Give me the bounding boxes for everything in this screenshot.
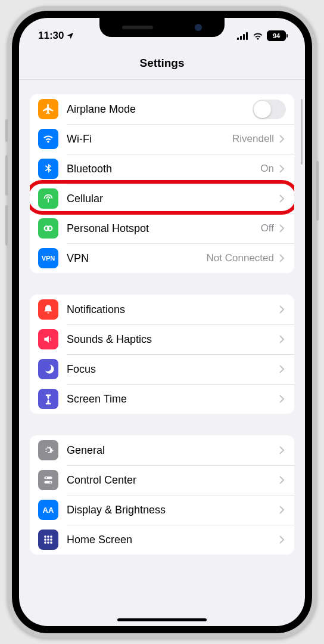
svg-point-7 xyxy=(45,477,47,479)
row-notifications[interactable]: Notifications xyxy=(30,295,294,324)
row-label: Personal Hotspot xyxy=(67,222,261,235)
focus-icon xyxy=(38,359,58,379)
row-label: Display & Brightness xyxy=(67,504,279,516)
svg-rect-16 xyxy=(44,541,46,543)
home-indicator[interactable] xyxy=(117,618,207,621)
chevron-right-icon xyxy=(279,535,286,544)
row-label: General xyxy=(67,444,279,457)
chevron-right-icon xyxy=(279,394,286,404)
row-personal-hotspot[interactable]: Personal Hotspot Off xyxy=(30,213,294,243)
screen: 11:30 94 Settings xyxy=(19,18,305,626)
chevron-right-icon xyxy=(279,505,286,515)
row-vpn[interactable]: VPN VPN Not Connected xyxy=(30,243,294,273)
clock: 11:30 xyxy=(38,30,64,42)
settings-group-attention: Notifications Sounds & Haptics xyxy=(30,295,294,414)
settings-group-connectivity: Airplane Mode Wi-Fi Rivendell xyxy=(30,94,294,273)
row-label: Sounds & Haptics xyxy=(67,333,279,346)
row-label: Cellular xyxy=(67,193,279,205)
row-label: Notifications xyxy=(67,304,279,316)
row-wifi[interactable]: Wi-Fi Rivendell xyxy=(30,124,294,154)
row-detail: Not Connected xyxy=(207,252,274,264)
volume-down-button xyxy=(5,205,8,246)
location-icon xyxy=(66,32,74,40)
svg-rect-10 xyxy=(44,535,46,537)
row-label: Airplane Mode xyxy=(67,103,253,116)
row-detail: Rivendell xyxy=(232,133,274,145)
vpn-icon: VPN xyxy=(38,248,58,268)
svg-rect-14 xyxy=(47,538,49,540)
front-camera xyxy=(195,24,202,31)
chevron-right-icon xyxy=(279,305,286,314)
svg-rect-12 xyxy=(50,535,52,537)
screentime-icon xyxy=(38,389,58,409)
battery-indicator: 94 xyxy=(267,30,286,41)
svg-rect-11 xyxy=(47,535,49,537)
cellular-signal-icon xyxy=(237,32,249,40)
airplane-toggle[interactable] xyxy=(253,100,286,119)
scrollbar[interactable] xyxy=(301,99,303,165)
control-center-icon xyxy=(38,470,58,490)
svg-rect-13 xyxy=(44,538,46,540)
wifi-icon xyxy=(38,129,58,149)
svg-rect-3 xyxy=(246,32,248,40)
row-label: Wi-Fi xyxy=(67,133,232,145)
row-cellular[interactable]: Cellular xyxy=(30,184,294,213)
general-icon xyxy=(38,440,58,460)
home-screen-icon xyxy=(38,530,58,550)
svg-rect-6 xyxy=(44,476,52,479)
svg-rect-18 xyxy=(50,541,52,543)
chevron-right-icon xyxy=(279,134,286,144)
settings-group-general: General Control Center AA Display & Brig… xyxy=(30,435,294,555)
svg-rect-0 xyxy=(237,38,239,40)
display-icon: AA xyxy=(38,500,58,520)
power-button xyxy=(316,161,319,221)
wifi-icon xyxy=(253,32,263,40)
row-airplane-mode[interactable]: Airplane Mode xyxy=(30,94,294,124)
row-detail: On xyxy=(260,163,274,175)
chevron-right-icon xyxy=(279,445,286,455)
mute-switch xyxy=(5,119,8,142)
row-screen-time[interactable]: Screen Time xyxy=(30,384,294,414)
volume-up-button xyxy=(5,155,8,196)
notch xyxy=(99,18,225,37)
row-bluetooth[interactable]: Bluetooth On xyxy=(30,154,294,184)
chevron-right-icon xyxy=(279,253,286,263)
nav-bar: Settings xyxy=(19,47,305,80)
svg-rect-1 xyxy=(240,36,242,40)
chevron-right-icon xyxy=(279,194,286,203)
content[interactable]: Airplane Mode Wi-Fi Rivendell xyxy=(19,80,305,626)
row-label: Home Screen xyxy=(67,534,279,546)
speaker xyxy=(122,26,153,29)
row-display-brightness[interactable]: AA Display & Brightness xyxy=(30,495,294,525)
row-label: Focus xyxy=(67,363,279,376)
row-sounds-haptics[interactable]: Sounds & Haptics xyxy=(30,324,294,354)
chevron-right-icon xyxy=(279,224,286,233)
row-label: Screen Time xyxy=(67,393,279,405)
row-home-screen[interactable]: Home Screen xyxy=(30,525,294,555)
chevron-right-icon xyxy=(279,335,286,344)
row-label: VPN xyxy=(67,252,207,265)
cellular-icon xyxy=(38,188,58,209)
row-label: Bluetooth xyxy=(67,163,260,175)
svg-point-9 xyxy=(49,482,51,484)
chevron-right-icon xyxy=(279,475,286,485)
row-control-center[interactable]: Control Center xyxy=(30,465,294,495)
hotspot-icon xyxy=(38,218,58,239)
notifications-icon xyxy=(38,299,58,320)
row-label: Control Center xyxy=(67,474,279,487)
sounds-icon xyxy=(38,329,58,349)
row-general[interactable]: General xyxy=(30,435,294,465)
airplane-icon xyxy=(38,99,58,119)
svg-rect-2 xyxy=(243,34,245,40)
bluetooth-icon xyxy=(38,159,58,179)
chevron-right-icon xyxy=(279,164,286,174)
svg-rect-8 xyxy=(44,481,52,484)
row-focus[interactable]: Focus xyxy=(30,354,294,384)
svg-rect-15 xyxy=(50,538,52,540)
page-title: Settings xyxy=(140,57,185,70)
device-frame: 11:30 94 Settings xyxy=(7,6,317,638)
row-detail: Off xyxy=(261,222,274,234)
device-bezel: 11:30 94 Settings xyxy=(12,11,312,633)
svg-rect-17 xyxy=(47,541,49,543)
chevron-right-icon xyxy=(279,364,286,374)
